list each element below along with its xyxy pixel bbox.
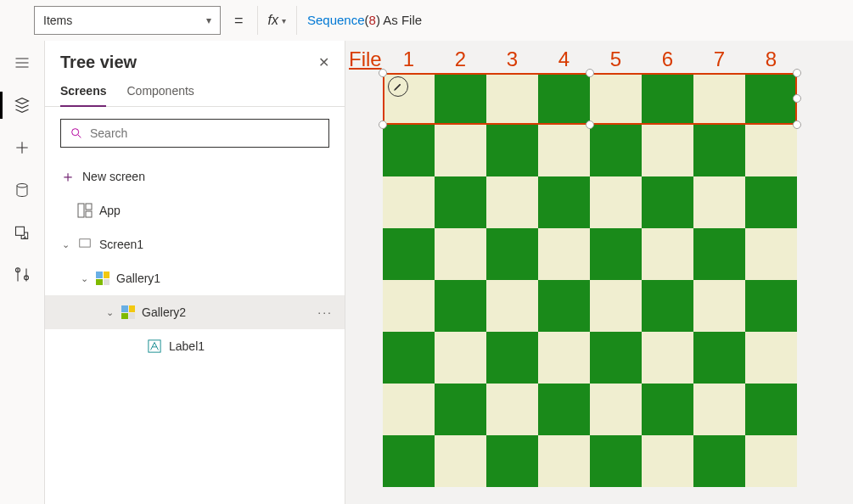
board-square[interactable]: [435, 228, 486, 280]
board-square[interactable]: [486, 125, 538, 176]
board-square[interactable]: [745, 228, 797, 280]
board-square[interactable]: [590, 435, 642, 487]
board-square[interactable]: [590, 73, 642, 125]
board-square[interactable]: [745, 332, 797, 384]
board-square[interactable]: [642, 280, 693, 332]
insert-icon[interactable]: [10, 136, 34, 160]
resize-handle[interactable]: [793, 69, 801, 77]
board-square[interactable]: [435, 125, 486, 176]
board-square[interactable]: [383, 228, 435, 280]
board-square[interactable]: [693, 384, 745, 435]
more-icon[interactable]: ···: [317, 305, 333, 319]
board-square[interactable]: [383, 384, 435, 435]
board-square[interactable]: [590, 332, 642, 384]
board-square[interactable]: [435, 73, 486, 125]
new-screen-button[interactable]: ＋ New screen: [45, 160, 345, 193]
board-square[interactable]: [745, 176, 797, 228]
board-square[interactable]: [486, 384, 538, 435]
board-square[interactable]: [435, 435, 486, 487]
chevron-down-icon[interactable]: ⌄: [60, 239, 70, 250]
tree-view-icon[interactable]: [10, 93, 34, 117]
chevron-down-icon[interactable]: ⌄: [79, 273, 89, 284]
media-icon[interactable]: [10, 221, 34, 244]
board-square[interactable]: [486, 280, 538, 332]
board-square[interactable]: [538, 73, 590, 125]
board-square[interactable]: [642, 435, 693, 487]
tree-gallery2[interactable]: ⌄ Gallery2 ···: [45, 295, 345, 329]
property-selector[interactable]: Items ▾: [34, 6, 221, 35]
board-square[interactable]: [693, 176, 745, 228]
chevron-down-icon[interactable]: ⌄: [104, 307, 115, 318]
board-square[interactable]: [642, 176, 693, 228]
board-square[interactable]: [538, 332, 590, 384]
board-square[interactable]: [538, 384, 590, 435]
resize-handle[interactable]: [586, 120, 594, 129]
board-square[interactable]: [693, 228, 745, 280]
board-square[interactable]: [383, 435, 435, 487]
board-square[interactable]: [642, 332, 693, 384]
board-square[interactable]: [486, 332, 538, 384]
board-square[interactable]: [590, 280, 642, 332]
data-icon[interactable]: [10, 178, 34, 202]
board-square[interactable]: [745, 73, 797, 125]
board-square[interactable]: [745, 280, 797, 332]
edit-pencil-icon[interactable]: [388, 76, 408, 97]
board-square[interactable]: [383, 176, 435, 228]
tree-label1[interactable]: Label1: [45, 329, 345, 363]
search-input[interactable]: [60, 119, 329, 148]
board-square[interactable]: [383, 280, 435, 332]
board-square[interactable]: [383, 332, 435, 384]
formula-text[interactable]: Sequence(8) As File: [297, 13, 422, 28]
board-square[interactable]: [486, 176, 538, 228]
board-square[interactable]: [642, 73, 693, 125]
tree-gallery1[interactable]: ⌄ Gallery1: [45, 261, 345, 295]
resize-handle[interactable]: [586, 69, 594, 77]
tab-screens[interactable]: Screens: [60, 79, 106, 106]
board-square[interactable]: [642, 228, 693, 280]
board-square[interactable]: [383, 125, 435, 176]
board-square[interactable]: [486, 435, 538, 487]
board-square[interactable]: [538, 435, 590, 487]
board-square[interactable]: [538, 176, 590, 228]
tools-icon[interactable]: [10, 263, 34, 287]
resize-handle[interactable]: [379, 69, 387, 77]
resize-handle[interactable]: [793, 120, 801, 129]
board-square[interactable]: [693, 280, 745, 332]
board-square[interactable]: [693, 125, 745, 176]
board-square[interactable]: [538, 125, 590, 176]
board-square[interactable]: [693, 332, 745, 384]
board-square[interactable]: [486, 228, 538, 280]
board-square[interactable]: [693, 73, 745, 125]
board-square[interactable]: [435, 176, 486, 228]
hamburger-icon[interactable]: [10, 51, 34, 75]
label-icon: [147, 339, 162, 354]
board-square[interactable]: [590, 228, 642, 280]
board-square[interactable]: [435, 280, 486, 332]
tree-label: Screen1: [99, 238, 143, 251]
board-square[interactable]: [486, 73, 538, 125]
tab-components[interactable]: Components: [126, 79, 194, 106]
board-square[interactable]: [745, 125, 797, 176]
board-square[interactable]: [642, 125, 693, 176]
canvas[interactable]: File 1 2 3 4 5 6 7 8: [345, 41, 853, 504]
fx-button[interactable]: fx ▾: [258, 6, 297, 35]
board-square[interactable]: [642, 384, 693, 435]
tree-app[interactable]: App: [45, 193, 345, 227]
resize-handle[interactable]: [379, 120, 387, 129]
resize-handle[interactable]: [793, 94, 801, 103]
board-square[interactable]: [590, 125, 642, 176]
board-square[interactable]: [538, 280, 590, 332]
board-square[interactable]: [590, 384, 642, 435]
board-square[interactable]: [538, 228, 590, 280]
board-square[interactable]: [745, 435, 797, 487]
close-icon[interactable]: ✕: [318, 54, 329, 70]
board-square[interactable]: [435, 384, 486, 435]
board-square[interactable]: [693, 435, 745, 487]
search-field[interactable]: [90, 126, 320, 140]
chess-board[interactable]: [383, 73, 797, 487]
tree-screen1[interactable]: ⌄ Screen1: [45, 227, 345, 261]
formula-bar[interactable]: fx ▾ Sequence(8) As File: [257, 6, 853, 35]
board-square[interactable]: [590, 176, 642, 228]
board-square[interactable]: [745, 384, 797, 435]
board-square[interactable]: [435, 332, 486, 384]
